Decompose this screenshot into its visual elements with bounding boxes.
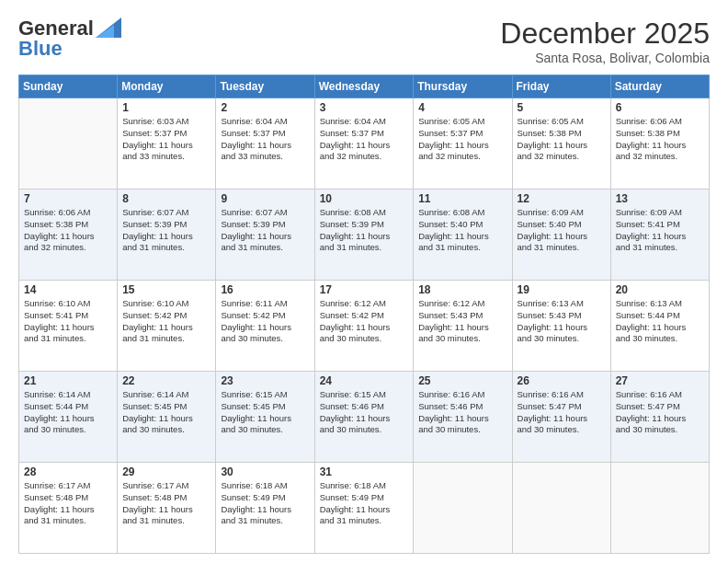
table-cell: 10Sunrise: 6:08 AMSunset: 5:39 PMDayligh… xyxy=(314,190,414,281)
sunset-text: Sunset: 5:41 PM xyxy=(24,310,112,322)
daylight-line1: Daylight: 11 hours xyxy=(418,140,506,152)
sunrise-text: Sunrise: 6:11 AM xyxy=(221,298,309,310)
daylight-line2: and 30 minutes. xyxy=(122,424,210,436)
sunrise-text: Sunrise: 6:16 AM xyxy=(418,389,506,401)
table-cell: 16Sunrise: 6:11 AMSunset: 5:42 PMDayligh… xyxy=(216,281,314,372)
sunset-text: Sunset: 5:38 PM xyxy=(518,128,606,140)
day-number: 15 xyxy=(122,283,210,296)
table-cell: 27Sunrise: 6:16 AMSunset: 5:47 PMDayligh… xyxy=(610,372,709,463)
table-cell: 18Sunrise: 6:12 AMSunset: 5:43 PMDayligh… xyxy=(414,281,512,372)
daylight-line1: Daylight: 11 hours xyxy=(320,140,409,152)
daylight-line2: and 31 minutes. xyxy=(616,242,704,254)
day-number: 31 xyxy=(320,465,409,478)
daylight-line2: and 30 minutes. xyxy=(320,424,409,436)
calendar-row: 14Sunrise: 6:10 AMSunset: 5:41 PMDayligh… xyxy=(19,281,710,372)
daylight-line1: Daylight: 11 hours xyxy=(616,322,704,334)
daylight-line2: and 30 minutes. xyxy=(221,424,309,436)
daylight-line1: Daylight: 11 hours xyxy=(418,413,506,425)
daylight-line1: Daylight: 11 hours xyxy=(616,140,704,152)
sunrise-text: Sunrise: 6:09 AM xyxy=(616,207,704,219)
daylight-line2: and 31 minutes. xyxy=(320,515,409,527)
daylight-line2: and 30 minutes. xyxy=(418,333,506,345)
daylight-line2: and 32 minutes. xyxy=(616,151,704,163)
daylight-line2: and 32 minutes. xyxy=(24,242,112,254)
daylight-line2: and 31 minutes. xyxy=(221,515,309,527)
table-cell: 21Sunrise: 6:14 AMSunset: 5:44 PMDayligh… xyxy=(19,372,118,463)
daylight-line1: Daylight: 11 hours xyxy=(320,413,409,425)
table-cell: 9Sunrise: 6:07 AMSunset: 5:39 PMDaylight… xyxy=(216,190,314,281)
daylight-line1: Daylight: 11 hours xyxy=(122,504,210,516)
col-wednesday: Wednesday xyxy=(314,75,414,98)
sunset-text: Sunset: 5:49 PM xyxy=(221,492,309,504)
sunset-text: Sunset: 5:40 PM xyxy=(518,219,606,231)
table-cell xyxy=(19,98,118,190)
title-block: December 2025 Santa Rosa, Bolivar, Colom… xyxy=(500,17,710,65)
daylight-line1: Daylight: 11 hours xyxy=(518,140,606,152)
table-cell: 12Sunrise: 6:09 AMSunset: 5:40 PMDayligh… xyxy=(512,190,610,281)
sunset-text: Sunset: 5:47 PM xyxy=(518,401,606,413)
sunrise-text: Sunrise: 6:06 AM xyxy=(616,116,704,128)
day-number: 22 xyxy=(122,374,210,387)
table-cell: 23Sunrise: 6:15 AMSunset: 5:45 PMDayligh… xyxy=(216,372,314,463)
sunset-text: Sunset: 5:44 PM xyxy=(616,310,704,322)
col-saturday: Saturday xyxy=(610,75,709,98)
sunset-text: Sunset: 5:37 PM xyxy=(221,128,309,140)
sunrise-text: Sunrise: 6:17 AM xyxy=(122,480,210,492)
daylight-line1: Daylight: 11 hours xyxy=(518,322,606,334)
svg-marker-1 xyxy=(96,25,114,38)
daylight-line1: Daylight: 11 hours xyxy=(320,322,409,334)
table-cell: 6Sunrise: 6:06 AMSunset: 5:38 PMDaylight… xyxy=(610,98,709,190)
table-cell: 17Sunrise: 6:12 AMSunset: 5:42 PMDayligh… xyxy=(314,281,414,372)
calendar-table: Sunday Monday Tuesday Wednesday Thursday… xyxy=(18,75,710,554)
table-cell xyxy=(512,463,610,554)
logo-blue: Blue xyxy=(18,37,63,61)
daylight-line2: and 31 minutes. xyxy=(418,242,506,254)
day-number: 13 xyxy=(616,192,704,205)
day-number: 14 xyxy=(24,283,112,296)
sunset-text: Sunset: 5:45 PM xyxy=(221,401,309,413)
sunrise-text: Sunrise: 6:08 AM xyxy=(320,207,409,219)
daylight-line2: and 33 minutes. xyxy=(122,151,210,163)
sunrise-text: Sunrise: 6:14 AM xyxy=(122,389,210,401)
daylight-line1: Daylight: 11 hours xyxy=(221,231,309,243)
day-number: 5 xyxy=(518,101,606,114)
day-number: 23 xyxy=(221,374,309,387)
table-cell: 28Sunrise: 6:17 AMSunset: 5:48 PMDayligh… xyxy=(19,463,118,554)
sunset-text: Sunset: 5:43 PM xyxy=(418,310,506,322)
header: General Blue December 2025 Santa Rosa, B… xyxy=(18,17,710,65)
daylight-line1: Daylight: 11 hours xyxy=(24,231,112,243)
sunrise-text: Sunrise: 6:05 AM xyxy=(418,116,506,128)
sunrise-text: Sunrise: 6:12 AM xyxy=(320,298,409,310)
table-cell: 13Sunrise: 6:09 AMSunset: 5:41 PMDayligh… xyxy=(610,190,709,281)
daylight-line2: and 32 minutes. xyxy=(418,151,506,163)
daylight-line1: Daylight: 11 hours xyxy=(24,504,112,516)
sunrise-text: Sunrise: 6:15 AM xyxy=(320,389,409,401)
sunrise-text: Sunrise: 6:04 AM xyxy=(320,116,409,128)
daylight-line2: and 31 minutes. xyxy=(122,515,210,527)
day-number: 20 xyxy=(616,283,704,296)
sunrise-text: Sunrise: 6:05 AM xyxy=(518,116,606,128)
day-number: 2 xyxy=(221,101,309,114)
table-cell: 29Sunrise: 6:17 AMSunset: 5:48 PMDayligh… xyxy=(118,463,216,554)
sunset-text: Sunset: 5:47 PM xyxy=(616,401,704,413)
day-number: 24 xyxy=(320,374,409,387)
sunset-text: Sunset: 5:38 PM xyxy=(616,128,704,140)
col-friday: Friday xyxy=(512,75,610,98)
daylight-line2: and 31 minutes. xyxy=(24,515,112,527)
sunset-text: Sunset: 5:41 PM xyxy=(616,219,704,231)
daylight-line1: Daylight: 11 hours xyxy=(418,322,506,334)
sunrise-text: Sunrise: 6:18 AM xyxy=(320,480,409,492)
day-number: 28 xyxy=(24,465,112,478)
daylight-line1: Daylight: 11 hours xyxy=(320,231,409,243)
daylight-line2: and 30 minutes. xyxy=(418,424,506,436)
sunset-text: Sunset: 5:39 PM xyxy=(122,219,210,231)
daylight-line2: and 30 minutes. xyxy=(616,424,704,436)
calendar-row: 28Sunrise: 6:17 AMSunset: 5:48 PMDayligh… xyxy=(19,463,710,554)
table-cell: 4Sunrise: 6:05 AMSunset: 5:37 PMDaylight… xyxy=(414,98,512,190)
day-number: 17 xyxy=(320,283,409,296)
calendar-header-row: Sunday Monday Tuesday Wednesday Thursday… xyxy=(19,75,710,98)
sunrise-text: Sunrise: 6:15 AM xyxy=(221,389,309,401)
daylight-line1: Daylight: 11 hours xyxy=(518,231,606,243)
sunrise-text: Sunrise: 6:04 AM xyxy=(221,116,309,128)
sunrise-text: Sunrise: 6:16 AM xyxy=(616,389,704,401)
